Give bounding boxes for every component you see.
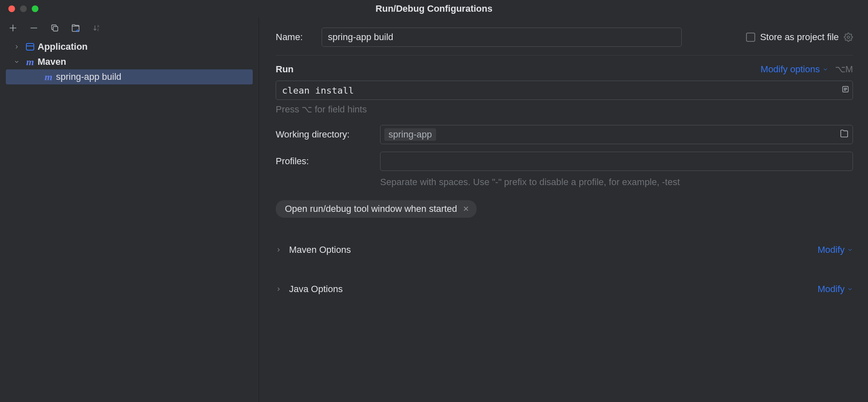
java-options-section[interactable]: Java Options Modify (276, 278, 853, 300)
working-directory-row: Working directory: spring-app (276, 125, 853, 144)
modify-label: Modify (817, 244, 845, 255)
expand-field-icon[interactable] (841, 85, 850, 96)
chevron-right-icon (13, 44, 21, 50)
tree-item-maven[interactable]: m Maven (6, 54, 253, 69)
tree-item-application[interactable]: Application (6, 39, 253, 54)
maven-options-section[interactable]: Maven Options Modify (276, 239, 853, 261)
maximize-window-button[interactable] (32, 5, 38, 12)
add-config-button[interactable] (8, 23, 18, 33)
chip-remove-icon[interactable]: ✕ (463, 204, 469, 214)
command-hint: Press ⌥ for field hints (276, 104, 853, 115)
sidebar: az Application m Maven m spring-app buil (0, 18, 259, 402)
command-text: clean install (276, 85, 354, 96)
application-icon (25, 42, 35, 52)
run-section-header: Run Modify options ⌥M (276, 64, 853, 75)
tree-label: spring-app build (56, 71, 122, 82)
profiles-hint: Separate with spaces. Use "-" prefix to … (380, 177, 853, 188)
run-section-title: Run (276, 64, 294, 75)
maven-icon: m (25, 57, 35, 67)
maven-icon: m (43, 72, 53, 82)
chevron-right-icon (276, 247, 282, 253)
profiles-label: Profiles: (276, 156, 380, 167)
titlebar: Run/Debug Configurations (0, 0, 868, 18)
command-input[interactable]: clean install (276, 81, 853, 100)
chevron-down-icon (13, 59, 21, 65)
main-panel: Name: Store as project file Run Modify o… (259, 18, 868, 402)
chevron-right-icon (276, 286, 282, 292)
config-tree: Application m Maven m spring-app build (0, 37, 259, 84)
svg-text:z: z (97, 28, 99, 32)
modify-label: Modify (817, 284, 845, 295)
tree-label: Application (38, 41, 88, 52)
profiles-row: Profiles: (276, 152, 853, 171)
tree-item-spring-app-build[interactable]: m spring-app build (6, 69, 253, 84)
store-label: Store as project file (760, 32, 839, 43)
working-directory-label: Working directory: (276, 129, 380, 140)
java-options-title: Java Options (289, 284, 343, 295)
close-window-button[interactable] (8, 5, 15, 12)
store-as-project-file[interactable]: Store as project file (746, 32, 853, 43)
browse-folder-icon[interactable] (840, 129, 849, 140)
minimize-window-button[interactable] (20, 5, 27, 12)
modify-options-label: Modify options (761, 64, 820, 75)
save-template-button[interactable] (70, 23, 81, 33)
svg-point-3 (847, 36, 850, 38)
maven-options-modify-link[interactable]: Modify (817, 244, 853, 255)
copy-config-button[interactable] (49, 23, 60, 33)
divider (276, 55, 853, 56)
window-title: Run/Debug Configurations (376, 3, 492, 14)
name-input[interactable] (322, 28, 682, 47)
modify-options-shortcut: ⌥M (835, 64, 853, 75)
command-input-wrap: clean install (276, 81, 853, 100)
modify-options-link[interactable]: Modify options (761, 64, 828, 75)
tree-label: Maven (38, 56, 66, 67)
name-row: Name: Store as project file (276, 28, 853, 47)
svg-rect-0 (53, 26, 58, 31)
gear-icon[interactable] (844, 33, 853, 42)
maven-options-title: Maven Options (289, 244, 351, 255)
remove-config-button[interactable] (28, 23, 39, 33)
option-chip-open-tool-window[interactable]: Open run/debug tool window when started … (276, 200, 477, 218)
name-label: Name: (276, 32, 305, 43)
working-directory-input[interactable] (380, 125, 853, 144)
window-controls (0, 5, 38, 12)
svg-text:a: a (97, 24, 99, 28)
sort-az-button[interactable]: az (91, 23, 102, 33)
java-options-modify-link[interactable]: Modify (817, 284, 853, 295)
chip-label: Open run/debug tool window when started (285, 204, 457, 214)
content: az Application m Maven m spring-app buil (0, 18, 868, 402)
profiles-input[interactable] (380, 152, 853, 171)
store-checkbox[interactable] (746, 33, 755, 42)
sidebar-toolbar: az (0, 18, 259, 37)
